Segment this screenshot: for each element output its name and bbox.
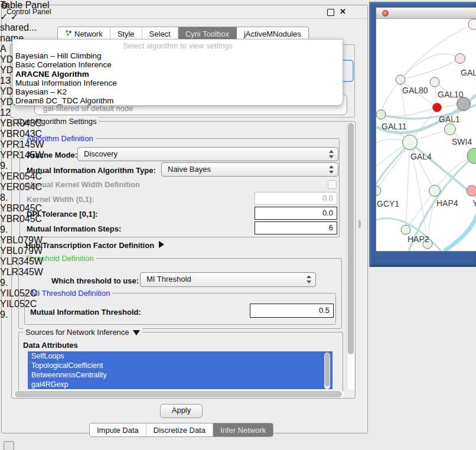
table-cell: YER054C: [0, 182, 43, 193]
control-panel-window: Control Panel ✕ NetworkStyleSelectCyni T…: [1, 5, 368, 433]
hub-definition-toggle[interactable]: Hub/Transcription Factor Definition: [25, 241, 164, 250]
manual-kernel-checkbox[interactable]: [328, 180, 337, 189]
node-label-swi4: SWI4: [452, 137, 472, 146]
table-row[interactable]: YBR043CYBR043C: [0, 118, 45, 139]
tab-style[interactable]: Style: [110, 27, 142, 40]
close-icon[interactable]: ✕: [340, 7, 346, 16]
dropdown-items: Bayesian – Hill ClimbingBasic Correlatio…: [13, 51, 343, 106]
network-node-red-node[interactable]: [433, 103, 442, 112]
tab-cyni-toolbox[interactable]: Cyni Toolbox: [178, 27, 237, 40]
network-window: GALGAL80GAL10GAL1GAL11SWI4GAL4GCY1HAP4YH…: [376, 7, 476, 252]
network-node-salmon-node[interactable]: [467, 185, 476, 196]
table-cell: YBL079W: [0, 246, 43, 256]
attribute-item-selfloops[interactable]: SelfLoops: [28, 351, 332, 361]
zoom-traffic-light-icon[interactable]: [402, 10, 409, 17]
network-canvas[interactable]: GALGAL80GAL10GAL1GAL11SWI4GAL4GCY1HAP4YH…: [376, 19, 476, 251]
checked-checkbox-icon[interactable]: ✓: [11, 12, 18, 22]
splitter-handle-icon[interactable]: [358, 219, 364, 229]
node-label-gal80: GAL80: [402, 86, 428, 95]
checked-checkbox-icon[interactable]: ✓: [0, 12, 8, 22]
which-threshold-label: Which threshold to use:: [51, 276, 139, 285]
which-threshold-combo[interactable]: MI Threshold: [140, 272, 316, 287]
tab-impute-data[interactable]: Impute Data: [90, 423, 146, 436]
mi-type-value: Naive Bayes: [168, 165, 211, 174]
sources-toggle[interactable]: Sources for Network Inference: [23, 328, 142, 337]
algorithm-dropdown: Select algorithm to view settings Bayesi…: [12, 39, 343, 106]
network-node-gal1[interactable]: [445, 124, 456, 135]
tab-label: Infer Network: [220, 426, 266, 435]
table-row[interactable]: YER054CYER054C8.: [0, 171, 45, 203]
network-node-top-right[interactable]: [468, 19, 476, 30]
table-cell: 9.: [0, 224, 18, 235]
app-root: Control Panel ✕ NetworkStyleSelectCyni T…: [0, 0, 476, 450]
dock-panel-icon[interactable]: [4, 441, 14, 450]
aracne-mode-combo[interactable]: Discovery: [77, 147, 338, 161]
collapsed-arrow-icon: [159, 241, 164, 248]
tab-label: Impute Data: [97, 426, 139, 435]
aracne-mode-value: Discovery: [84, 149, 118, 158]
attribute-item-betweennesscentrality[interactable]: BetweennessCentrality: [28, 370, 332, 380]
mi-threshold-label: Mutual Information Threshold:: [30, 308, 141, 317]
tab-label: Cyni Toolbox: [185, 30, 229, 38]
node-label-gal10: GAL10: [438, 90, 464, 99]
table-cell: YBR043C: [0, 118, 45, 129]
network-node-gcy1[interactable]: [376, 186, 381, 195]
bottom-tab-bar: Impute DataDiscretize DataInfer Network: [89, 423, 273, 437]
settings-vertical-scrollbar[interactable]: [347, 123, 354, 390]
tab-label: jActiveMNodules: [244, 30, 301, 38]
network-window-titlebar: [376, 8, 476, 19]
dropdown-item-basic-correlation-inference[interactable]: Basic Correlation Inference: [13, 60, 343, 69]
dropdown-item-bayesian-k2[interactable]: Bayesian – K2: [13, 87, 343, 96]
combo-stepper-icon: [329, 165, 334, 174]
dropdown-item-bayesian-hill-climbing[interactable]: Bayesian – Hill Climbing: [13, 51, 343, 60]
table-cell: YLR345W: [0, 256, 45, 267]
node-label-hap2: HAP2: [407, 234, 429, 244]
close-traffic-light-icon[interactable]: [382, 10, 389, 17]
network-icon: [65, 30, 72, 38]
dpi-tolerance-field[interactable]: 0.0: [255, 207, 337, 220]
tab-jactivemnodules[interactable]: jActiveMNodules: [237, 27, 308, 40]
tab-infer-network[interactable]: Infer Network: [213, 423, 273, 436]
table-row[interactable]: YBL079WYBL079W: [0, 235, 45, 256]
mi-steps-field[interactable]: 6: [255, 221, 337, 234]
table-cell: 9.: [0, 278, 18, 288]
float-window-icon[interactable]: [327, 9, 334, 16]
network-node-gal10[interactable]: [430, 77, 439, 87]
attribute-item-gal4rgexp[interactable]: gal4RGexp: [28, 380, 332, 389]
network-node-gal80[interactable]: [396, 75, 405, 84]
dropdown-item-aracne-algorithm[interactable]: ARACNE Algorithm: [13, 70, 343, 79]
table-row[interactable]: YBR045CYBR045C9.: [0, 203, 45, 235]
mi-threshold-field[interactable]: 0.5: [250, 304, 334, 318]
kernel-width-field[interactable]: 0.0: [255, 192, 337, 205]
network-node-gal11[interactable]: [376, 110, 386, 119]
network-node-hap4[interactable]: [429, 185, 441, 197]
tab-network[interactable]: Network: [58, 27, 110, 40]
network-node-hap2[interactable]: [401, 225, 410, 234]
tab-select[interactable]: Select: [142, 27, 178, 40]
attribute-item-topologicalcoefficient[interactable]: TopologicalCoefficient: [28, 361, 332, 370]
gear-icon[interactable]: ⚙: [0, 1, 8, 11]
dropdown-item-mutual-information-inference[interactable]: Mutual Information Inference: [13, 79, 343, 87]
data-attributes-label: Data Attributes: [23, 341, 78, 350]
tab-label: Network: [74, 30, 103, 38]
tab-discretize-data[interactable]: Discretize Data: [146, 423, 213, 436]
table-cell: 9.: [0, 309, 18, 320]
mi-type-combo[interactable]: Naive Bayes: [161, 162, 338, 177]
minimize-traffic-light-icon[interactable]: [392, 10, 399, 17]
settings-horizontal-scrollbar[interactable]: [14, 390, 344, 398]
node-label-gal4: GAL4: [410, 152, 432, 161]
table-cell: YIL052C: [0, 299, 43, 309]
table-cell: YPR145W: [0, 139, 45, 150]
network-node-gal4[interactable]: [403, 135, 418, 150]
column-header-shared[interactable]: shared...: [0, 22, 45, 33]
table-cell: YBR045C: [0, 214, 43, 224]
table-row[interactable]: YLR345WYLR345W9.: [0, 256, 45, 288]
table-row[interactable]: YPR145WYPR145W9.: [0, 139, 45, 171]
tab-label: Discretize Data: [154, 426, 206, 435]
table-row[interactable]: YIL052CYIL052C9.: [0, 288, 45, 320]
dropdown-item-dream8-dc-tdc-algorithm[interactable]: Dream8 DC_TDC Algorithm: [13, 96, 343, 105]
apply-button[interactable]: Apply: [160, 404, 203, 418]
attributes-list-scrollbar[interactable]: [324, 353, 330, 389]
node-label-y: Y: [472, 198, 476, 208]
network-node-pink-upper[interactable]: [455, 54, 465, 64]
